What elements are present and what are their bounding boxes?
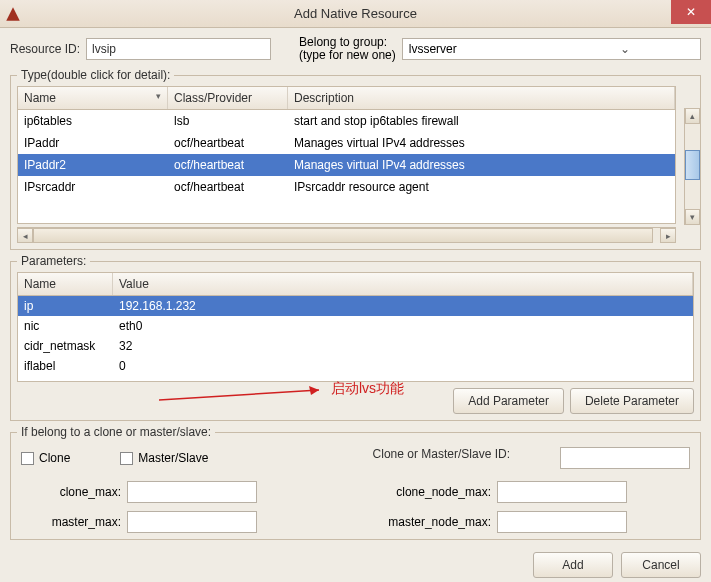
type-grid[interactable]: Name▾ Class/Provider Description ip6tabl… xyxy=(17,86,676,224)
belong-label-2: (type for new one) xyxy=(299,49,396,62)
sort-icon[interactable]: ▾ xyxy=(156,91,161,105)
master-max-label: master_max: xyxy=(17,515,127,529)
belong-group-select[interactable]: lvsserver ⌄ xyxy=(402,38,701,60)
annotation-text: 启动lvs功能 xyxy=(331,380,404,398)
master-node-max-input[interactable] xyxy=(497,511,627,533)
clone-max-label: clone_max: xyxy=(17,485,127,499)
param-grid[interactable]: Name Value ip192.168.1.232niceth0cidr_ne… xyxy=(17,272,694,382)
table-row[interactable]: ip192.168.1.232 xyxy=(18,296,693,316)
type-grid-header: Name▾ Class/Provider Description xyxy=(18,87,675,110)
clone-id-input[interactable] xyxy=(560,447,690,469)
svg-line-0 xyxy=(159,390,319,400)
table-row[interactable]: IPaddr2ocf/heartbeatManages virtual IPv4… xyxy=(18,154,675,176)
master-max-input[interactable] xyxy=(127,511,257,533)
clone-fieldset: If belong to a clone or master/slave: Cl… xyxy=(10,425,701,540)
clone-checkbox[interactable]: Clone xyxy=(21,447,70,469)
add-parameter-button[interactable]: Add Parameter xyxy=(453,388,564,414)
svg-marker-1 xyxy=(309,386,319,395)
type-hscrollbar[interactable]: ◂ ▸ xyxy=(17,227,676,243)
parameters-legend: Parameters: xyxy=(17,254,90,268)
type-vscrollbar[interactable]: ▴ ▾ xyxy=(684,108,700,225)
close-button[interactable]: ✕ xyxy=(671,0,711,24)
clone-node-max-input[interactable] xyxy=(497,481,627,503)
window-title: Add Native Resource xyxy=(294,6,417,21)
table-row[interactable]: ip6tableslsbstart and stop ip6tables fir… xyxy=(18,110,675,132)
table-row[interactable]: IPaddrocf/heartbeatManages virtual IPv4 … xyxy=(18,132,675,154)
scroll-up-icon[interactable]: ▴ xyxy=(685,108,700,124)
clone-legend: If belong to a clone or master/slave: xyxy=(17,425,215,439)
annotation-arrow xyxy=(159,386,329,404)
table-row[interactable]: IPsrcaddrocf/heartbeatIPsrcaddr resource… xyxy=(18,176,675,198)
clone-id-label: Clone or Master/Slave ID: xyxy=(373,447,510,469)
app-icon xyxy=(4,5,22,23)
scroll-down-icon[interactable]: ▾ xyxy=(685,209,700,225)
add-button[interactable]: Add xyxy=(533,552,613,578)
master-slave-checkbox[interactable]: Master/Slave xyxy=(120,447,208,469)
scroll-right-icon[interactable]: ▸ xyxy=(660,228,676,243)
resource-id-label: Resource ID: xyxy=(10,42,80,56)
delete-parameter-button[interactable]: Delete Parameter xyxy=(570,388,694,414)
titlebar: Add Native Resource ✕ xyxy=(0,0,711,28)
chevron-down-icon: ⌄ xyxy=(551,40,698,58)
table-row[interactable]: cidr_netmask32 xyxy=(18,336,693,356)
type-fieldset: Type(double click for detail): Name▾ Cla… xyxy=(10,68,701,250)
parameters-fieldset: Parameters: Name Value ip192.168.1.232ni… xyxy=(10,254,701,421)
scroll-left-icon[interactable]: ◂ xyxy=(17,228,33,243)
table-row[interactable]: iflabel0 xyxy=(18,356,693,376)
table-row[interactable]: niceth0 xyxy=(18,316,693,336)
clone-max-input[interactable] xyxy=(127,481,257,503)
cancel-button[interactable]: Cancel xyxy=(621,552,701,578)
type-legend: Type(double click for detail): xyxy=(17,68,174,82)
clone-node-max-label: clone_node_max: xyxy=(327,485,497,499)
resource-id-input[interactable] xyxy=(86,38,271,60)
master-node-max-label: master_node_max: xyxy=(327,515,497,529)
param-grid-header: Name Value xyxy=(18,273,693,296)
